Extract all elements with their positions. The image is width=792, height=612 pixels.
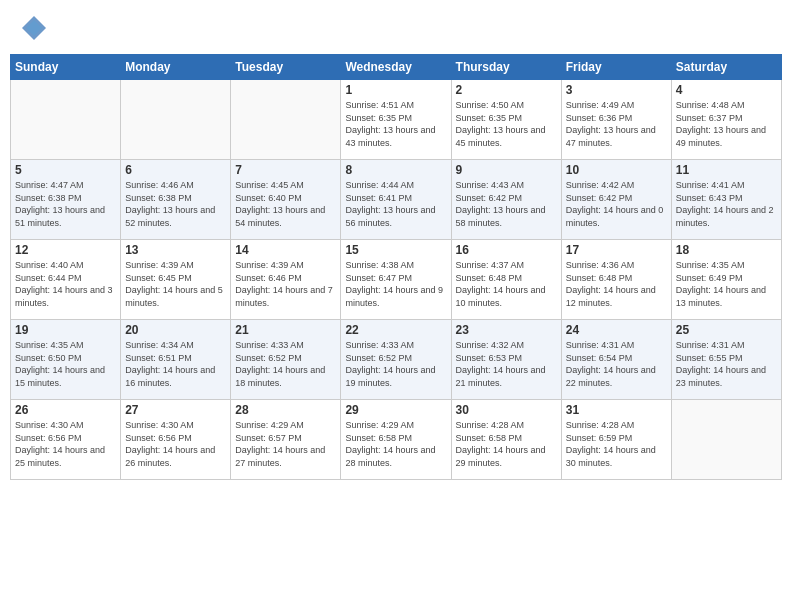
calendar-cell: 7Sunrise: 4:45 AM Sunset: 6:40 PM Daylig… [231,160,341,240]
calendar-cell [671,400,781,480]
day-info: Sunrise: 4:50 AM Sunset: 6:35 PM Dayligh… [456,99,557,149]
calendar-cell: 2Sunrise: 4:50 AM Sunset: 6:35 PM Daylig… [451,80,561,160]
day-number: 24 [566,323,667,337]
calendar-cell: 31Sunrise: 4:28 AM Sunset: 6:59 PM Dayli… [561,400,671,480]
day-info: Sunrise: 4:43 AM Sunset: 6:42 PM Dayligh… [456,179,557,229]
day-number: 29 [345,403,446,417]
calendar-cell: 11Sunrise: 4:41 AM Sunset: 6:43 PM Dayli… [671,160,781,240]
day-number: 13 [125,243,226,257]
calendar-cell: 10Sunrise: 4:42 AM Sunset: 6:42 PM Dayli… [561,160,671,240]
day-number: 16 [456,243,557,257]
day-info: Sunrise: 4:37 AM Sunset: 6:48 PM Dayligh… [456,259,557,309]
calendar-week-3: 19Sunrise: 4:35 AM Sunset: 6:50 PM Dayli… [11,320,782,400]
calendar-cell: 16Sunrise: 4:37 AM Sunset: 6:48 PM Dayli… [451,240,561,320]
calendar-cell: 14Sunrise: 4:39 AM Sunset: 6:46 PM Dayli… [231,240,341,320]
calendar-cell: 24Sunrise: 4:31 AM Sunset: 6:54 PM Dayli… [561,320,671,400]
day-number: 12 [15,243,116,257]
calendar-week-4: 26Sunrise: 4:30 AM Sunset: 6:56 PM Dayli… [11,400,782,480]
calendar-cell: 18Sunrise: 4:35 AM Sunset: 6:49 PM Dayli… [671,240,781,320]
day-number: 19 [15,323,116,337]
day-number: 9 [456,163,557,177]
calendar-cell: 8Sunrise: 4:44 AM Sunset: 6:41 PM Daylig… [341,160,451,240]
day-info: Sunrise: 4:28 AM Sunset: 6:59 PM Dayligh… [566,419,667,469]
day-number: 11 [676,163,777,177]
day-number: 5 [15,163,116,177]
calendar-cell: 26Sunrise: 4:30 AM Sunset: 6:56 PM Dayli… [11,400,121,480]
day-number: 17 [566,243,667,257]
day-info: Sunrise: 4:33 AM Sunset: 6:52 PM Dayligh… [345,339,446,389]
day-info: Sunrise: 4:31 AM Sunset: 6:55 PM Dayligh… [676,339,777,389]
day-info: Sunrise: 4:47 AM Sunset: 6:38 PM Dayligh… [15,179,116,229]
calendar-cell: 6Sunrise: 4:46 AM Sunset: 6:38 PM Daylig… [121,160,231,240]
calendar-cell: 15Sunrise: 4:38 AM Sunset: 6:47 PM Dayli… [341,240,451,320]
day-info: Sunrise: 4:39 AM Sunset: 6:46 PM Dayligh… [235,259,336,309]
calendar-cell: 17Sunrise: 4:36 AM Sunset: 6:48 PM Dayli… [561,240,671,320]
day-number: 25 [676,323,777,337]
day-number: 4 [676,83,777,97]
day-info: Sunrise: 4:33 AM Sunset: 6:52 PM Dayligh… [235,339,336,389]
day-info: Sunrise: 4:29 AM Sunset: 6:57 PM Dayligh… [235,419,336,469]
day-number: 28 [235,403,336,417]
day-info: Sunrise: 4:46 AM Sunset: 6:38 PM Dayligh… [125,179,226,229]
day-number: 23 [456,323,557,337]
col-header-wednesday: Wednesday [341,55,451,80]
day-number: 26 [15,403,116,417]
calendar-week-2: 12Sunrise: 4:40 AM Sunset: 6:44 PM Dayli… [11,240,782,320]
col-header-monday: Monday [121,55,231,80]
day-info: Sunrise: 4:45 AM Sunset: 6:40 PM Dayligh… [235,179,336,229]
day-number: 10 [566,163,667,177]
calendar-cell: 27Sunrise: 4:30 AM Sunset: 6:56 PM Dayli… [121,400,231,480]
day-info: Sunrise: 4:42 AM Sunset: 6:42 PM Dayligh… [566,179,667,229]
day-number: 30 [456,403,557,417]
day-info: Sunrise: 4:29 AM Sunset: 6:58 PM Dayligh… [345,419,446,469]
calendar-header-row: SundayMondayTuesdayWednesdayThursdayFrid… [11,55,782,80]
calendar-cell: 5Sunrise: 4:47 AM Sunset: 6:38 PM Daylig… [11,160,121,240]
calendar-cell [231,80,341,160]
day-number: 1 [345,83,446,97]
day-info: Sunrise: 4:38 AM Sunset: 6:47 PM Dayligh… [345,259,446,309]
calendar-cell: 28Sunrise: 4:29 AM Sunset: 6:57 PM Dayli… [231,400,341,480]
day-info: Sunrise: 4:44 AM Sunset: 6:41 PM Dayligh… [345,179,446,229]
day-number: 6 [125,163,226,177]
day-number: 18 [676,243,777,257]
day-info: Sunrise: 4:32 AM Sunset: 6:53 PM Dayligh… [456,339,557,389]
page-header [10,10,782,46]
calendar-cell: 21Sunrise: 4:33 AM Sunset: 6:52 PM Dayli… [231,320,341,400]
day-number: 7 [235,163,336,177]
day-info: Sunrise: 4:30 AM Sunset: 6:56 PM Dayligh… [125,419,226,469]
day-info: Sunrise: 4:34 AM Sunset: 6:51 PM Dayligh… [125,339,226,389]
calendar-week-1: 5Sunrise: 4:47 AM Sunset: 6:38 PM Daylig… [11,160,782,240]
calendar-cell: 12Sunrise: 4:40 AM Sunset: 6:44 PM Dayli… [11,240,121,320]
calendar-cell: 4Sunrise: 4:48 AM Sunset: 6:37 PM Daylig… [671,80,781,160]
col-header-thursday: Thursday [451,55,561,80]
calendar-cell: 13Sunrise: 4:39 AM Sunset: 6:45 PM Dayli… [121,240,231,320]
col-header-tuesday: Tuesday [231,55,341,80]
day-info: Sunrise: 4:49 AM Sunset: 6:36 PM Dayligh… [566,99,667,149]
day-number: 8 [345,163,446,177]
day-info: Sunrise: 4:48 AM Sunset: 6:37 PM Dayligh… [676,99,777,149]
logo [16,14,48,42]
day-info: Sunrise: 4:28 AM Sunset: 6:58 PM Dayligh… [456,419,557,469]
col-header-friday: Friday [561,55,671,80]
day-info: Sunrise: 4:40 AM Sunset: 6:44 PM Dayligh… [15,259,116,309]
calendar-cell: 19Sunrise: 4:35 AM Sunset: 6:50 PM Dayli… [11,320,121,400]
calendar-cell: 29Sunrise: 4:29 AM Sunset: 6:58 PM Dayli… [341,400,451,480]
calendar-cell: 9Sunrise: 4:43 AM Sunset: 6:42 PM Daylig… [451,160,561,240]
day-number: 27 [125,403,226,417]
day-number: 20 [125,323,226,337]
calendar-cell: 23Sunrise: 4:32 AM Sunset: 6:53 PM Dayli… [451,320,561,400]
day-info: Sunrise: 4:39 AM Sunset: 6:45 PM Dayligh… [125,259,226,309]
calendar-cell [121,80,231,160]
calendar-cell: 25Sunrise: 4:31 AM Sunset: 6:55 PM Dayli… [671,320,781,400]
day-number: 3 [566,83,667,97]
logo-icon [20,14,48,42]
day-number: 2 [456,83,557,97]
day-number: 22 [345,323,446,337]
calendar-cell: 3Sunrise: 4:49 AM Sunset: 6:36 PM Daylig… [561,80,671,160]
col-header-sunday: Sunday [11,55,121,80]
day-info: Sunrise: 4:31 AM Sunset: 6:54 PM Dayligh… [566,339,667,389]
day-info: Sunrise: 4:30 AM Sunset: 6:56 PM Dayligh… [15,419,116,469]
calendar-table: SundayMondayTuesdayWednesdayThursdayFrid… [10,54,782,480]
calendar-cell: 30Sunrise: 4:28 AM Sunset: 6:58 PM Dayli… [451,400,561,480]
calendar-cell [11,80,121,160]
